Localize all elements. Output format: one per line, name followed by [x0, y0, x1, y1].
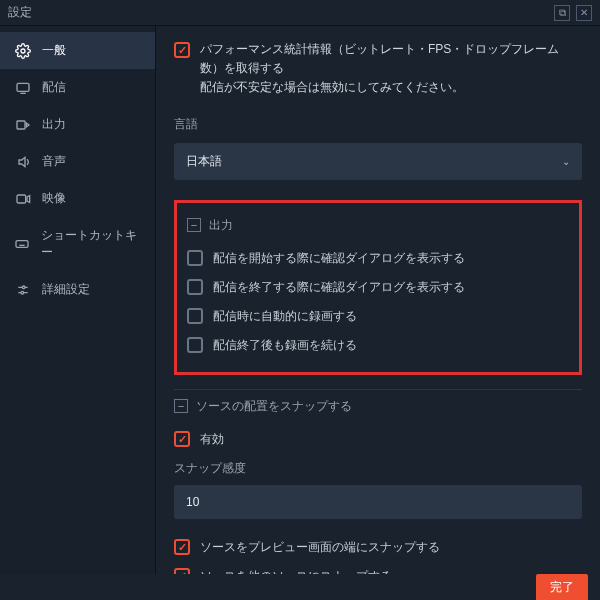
sidebar-item-video[interactable]: 映像	[0, 180, 155, 217]
output-opt-auto-record: 配信時に自動的に録画する	[187, 302, 569, 331]
snap-edge-label: ソースをプレビュー画面の端にスナップする	[200, 539, 440, 556]
snap-enable-checkbox[interactable]	[174, 431, 190, 447]
checkbox-label: 配信を開始する際に確認ダイアログを表示する	[213, 250, 465, 267]
sidebar-item-label: 出力	[42, 116, 66, 133]
sidebar-item-label: 音声	[42, 153, 66, 170]
sidebar-item-general[interactable]: 一般	[0, 32, 155, 69]
svg-rect-1	[17, 83, 29, 91]
sidebar-item-label: 詳細設定	[42, 281, 90, 298]
language-value: 日本語	[186, 153, 222, 170]
output-highlight-box: − 出力 配信を開始する際に確認ダイアログを表示する 配信を終了する際に確認ダイ…	[174, 200, 582, 375]
sidebar-item-output[interactable]: 出力	[0, 106, 155, 143]
video-icon	[14, 191, 32, 207]
keyboard-icon	[14, 236, 31, 252]
sidebar-item-hotkeys[interactable]: ショートカットキー	[0, 217, 155, 271]
checkbox-label: 配信を終了する際に確認ダイアログを表示する	[213, 279, 465, 296]
footer: 完了	[0, 574, 600, 600]
sliders-icon	[14, 282, 32, 298]
sidebar-item-label: 一般	[42, 42, 66, 59]
content-panel: パフォーマンス統計情報（ビットレート・FPS・ドロップフレーム数）を取得する 配…	[156, 26, 600, 574]
snap-enable-label: 有効	[200, 431, 224, 448]
sidebar-item-label: ショートカットキー	[41, 227, 141, 261]
close-button-icon[interactable]: ✕	[576, 5, 592, 21]
collapse-icon: −	[187, 218, 201, 232]
performance-stats-row: パフォーマンス統計情報（ビットレート・FPS・ドロップフレーム数）を取得する 配…	[174, 40, 582, 98]
snap-sensitivity-input[interactable]: 10	[174, 485, 582, 519]
performance-stats-text: パフォーマンス統計情報（ビットレート・FPS・ドロップフレーム数）を取得する 配…	[200, 40, 582, 98]
checkbox-label: 配信終了後も録画を続ける	[213, 337, 357, 354]
svg-rect-2	[17, 121, 25, 129]
sidebar-item-label: 配信	[42, 79, 66, 96]
snap-enable-row: 有効	[174, 425, 582, 454]
checkbox[interactable]	[187, 250, 203, 266]
svg-point-0	[21, 49, 25, 53]
output-opt-start-confirm: 配信を開始する際に確認ダイアログを表示する	[187, 244, 569, 273]
sidebar: 一般 配信 出力 音声 映像	[0, 26, 156, 574]
done-button[interactable]: 完了	[536, 574, 588, 601]
output-group-title: 出力	[209, 217, 233, 234]
checkbox[interactable]	[187, 308, 203, 324]
output-group-header[interactable]: − 出力	[187, 211, 569, 244]
snap-source-label: ソースを他のソースにスナップする	[200, 568, 392, 574]
svg-rect-3	[17, 195, 26, 203]
output-opt-keep-recording: 配信終了後も録画を続ける	[187, 331, 569, 360]
output-icon	[14, 117, 32, 133]
broadcast-icon	[14, 80, 32, 96]
language-label: 言語	[174, 116, 582, 133]
titlebar-buttons: ⧉ ✕	[554, 5, 592, 21]
sidebar-item-label: 映像	[42, 190, 66, 207]
svg-rect-4	[16, 241, 28, 248]
detach-button-icon[interactable]: ⧉	[554, 5, 570, 21]
chevron-down-icon: ⌄	[562, 156, 570, 167]
sidebar-item-advanced[interactable]: 詳細設定	[0, 271, 155, 308]
gear-icon	[14, 43, 32, 59]
snap-group-header[interactable]: − ソースの配置をスナップする	[174, 392, 582, 425]
checkbox[interactable]	[187, 279, 203, 295]
window-title: 設定	[8, 4, 554, 21]
svg-point-6	[21, 291, 24, 294]
snap-group-title: ソースの配置をスナップする	[196, 398, 352, 415]
snap-edge-row: ソースをプレビュー画面の端にスナップする	[174, 533, 582, 562]
output-opt-end-confirm: 配信を終了する際に確認ダイアログを表示する	[187, 273, 569, 302]
snap-source-row: ソースを他のソースにスナップする	[174, 562, 582, 574]
collapse-icon: −	[174, 399, 188, 413]
svg-point-5	[22, 286, 25, 289]
checkbox-label: 配信時に自動的に録画する	[213, 308, 357, 325]
checkbox[interactable]	[187, 337, 203, 353]
snap-sensitivity-label: スナップ感度	[174, 460, 582, 477]
sidebar-item-audio[interactable]: 音声	[0, 143, 155, 180]
performance-stats-checkbox[interactable]	[174, 42, 190, 58]
titlebar: 設定 ⧉ ✕	[0, 0, 600, 26]
snap-group: − ソースの配置をスナップする 有効 スナップ感度 10 ソースをプレビュー画面…	[174, 389, 582, 574]
snap-source-checkbox[interactable]	[174, 568, 190, 574]
sidebar-item-stream[interactable]: 配信	[0, 69, 155, 106]
language-select[interactable]: 日本語 ⌄	[174, 143, 582, 180]
snap-edge-checkbox[interactable]	[174, 539, 190, 555]
audio-icon	[14, 154, 32, 170]
